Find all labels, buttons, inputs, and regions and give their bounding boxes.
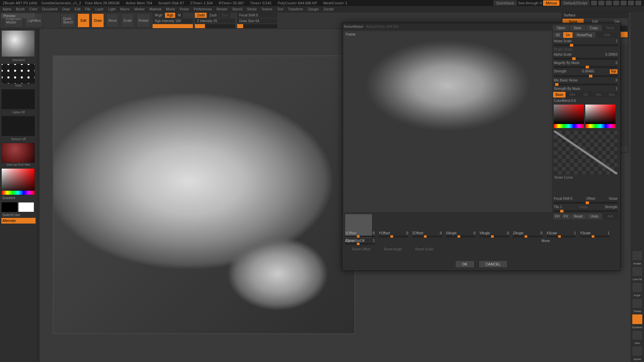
z-intensity-slider[interactable] [195, 24, 235, 28]
surface-header[interactable]: Surface [562, 12, 628, 18]
yoffset-slider[interactable] [379, 236, 408, 237]
draw-size-slider[interactable] [237, 24, 277, 28]
rgb-button[interactable]: Rgb [165, 13, 175, 18]
menu-transform[interactable]: Transform [288, 7, 303, 11]
blend-base[interactable]: Base [553, 92, 566, 98]
noise-preview[interactable]: Frame [344, 31, 552, 212]
menu-picker[interactable]: Picker [180, 7, 189, 11]
noise-scale-value[interactable]: 1 [615, 39, 618, 43]
color-swatch-black[interactable] [1, 202, 17, 212]
menu-material[interactable]: Material [150, 7, 162, 11]
m-button[interactable]: M [176, 13, 182, 18]
yangle-slider[interactable] [479, 236, 509, 237]
colorblend-label[interactable]: ColorBlend 0.6 [554, 99, 576, 103]
tile-slider[interactable] [554, 210, 618, 212]
stroke-thumbnail[interactable] [1, 64, 35, 84]
xpose-icon[interactable] [632, 346, 643, 356]
z-intensity-label[interactable]: Z Intensity 25 [195, 18, 235, 23]
zangle-slider[interactable] [513, 236, 542, 237]
noise-curve-editor[interactable] [554, 131, 618, 174]
texture-thumbnail[interactable] [1, 116, 35, 136]
menu-document[interactable]: Document [42, 7, 58, 11]
focal-shift-label[interactable]: Focal Shift 0 [237, 13, 277, 18]
minimize-icon[interactable] [621, 1, 627, 5]
strength-mask-value[interactable]: 1 [615, 87, 618, 90]
zcut-button[interactable]: Zcut [219, 13, 230, 18]
seethrough-value[interactable]: 0 [540, 1, 542, 5]
menu-zplugin[interactable]: Zplugin [308, 7, 319, 11]
polyf-icon[interactable] [632, 282, 643, 293]
linefill-icon[interactable] [632, 266, 643, 277]
zoffset-slider[interactable] [412, 236, 442, 237]
reset-button[interactable]: Reset [571, 214, 586, 219]
undo-button[interactable]: Undo [587, 214, 602, 219]
menu-tool[interactable]: Tool [277, 7, 283, 11]
draw-size-label[interactable]: Draw Size 64 [237, 18, 277, 23]
menu-stroke[interactable]: Stroke [247, 7, 257, 11]
rotate-button[interactable]: Rotate [136, 13, 151, 27]
strength-slider[interactable] [554, 75, 618, 77]
mix-slider[interactable] [554, 83, 618, 85]
cancel-button[interactable]: CANCEL [479, 260, 508, 268]
3d-button[interactable]: 3D [553, 32, 562, 38]
rgb-intensity-label[interactable]: Rgb Intensity 100 [153, 18, 193, 23]
maximize-icon[interactable] [628, 1, 634, 5]
mrgb-button[interactable]: Mrgb [153, 13, 164, 18]
quicksave-button[interactable]: QuickSave [493, 0, 517, 6]
xscale-value[interactable]: 1 [574, 231, 576, 235]
menu-file[interactable]: File [85, 7, 91, 11]
solo-icon[interactable] [632, 330, 643, 341]
window-icon-1[interactable] [591, 1, 597, 5]
uv-button[interactable]: Uv [563, 32, 573, 38]
ok-button[interactable]: OK [455, 260, 475, 268]
noise-scale-slider[interactable] [554, 44, 618, 46]
tile-value[interactable]: 1 [560, 205, 562, 209]
menu-draw[interactable]: Draw [62, 7, 70, 11]
material-thumbnail[interactable] [1, 143, 35, 163]
reset-offset-button[interactable]: Reset Offset [352, 247, 370, 251]
yscale-slider[interactable] [580, 236, 609, 237]
dynamic-icon[interactable] [632, 314, 643, 324]
focal-shift2-value[interactable]: 0 [571, 197, 573, 200]
blend-dif[interactable]: Dif [579, 92, 592, 98]
brush-thumbnail[interactable] [1, 30, 35, 57]
focal-shift2-slider[interactable] [554, 202, 618, 204]
open-button[interactable]: Open [553, 25, 569, 31]
window-icon-3[interactable] [606, 1, 612, 5]
magnify-slider[interactable] [554, 66, 618, 68]
close-icon[interactable] [635, 1, 641, 5]
noiseplug-button[interactable]: NoisePlug [573, 32, 595, 38]
zoffset-value[interactable]: 0 [440, 231, 442, 235]
canvas[interactable] [53, 56, 355, 334]
save-button[interactable]: Save [570, 25, 585, 31]
menu-brush[interactable]: Brush [16, 7, 25, 11]
menu-light[interactable]: Light [108, 7, 116, 11]
defaultscript-button[interactable]: DefaultZScript [561, 0, 590, 6]
zsub-button[interactable]: Zsub [207, 13, 219, 18]
blend-min[interactable]: Min [593, 92, 605, 98]
zadd-button[interactable]: Zadd [195, 13, 207, 18]
menu-marker[interactable]: Marker [134, 7, 145, 11]
yoffset-value[interactable]: 0 [406, 231, 408, 235]
fh-button[interactable]: FH [553, 214, 561, 219]
paste-button[interactable]: Paste [602, 25, 618, 31]
menu-macro[interactable]: Macro [120, 7, 130, 11]
color-swatch-white[interactable] [18, 202, 34, 212]
xscale-slider[interactable] [546, 236, 576, 237]
xangle-value[interactable]: 0 [473, 231, 475, 235]
strength-value[interactable]: 0.06465 [582, 69, 594, 74]
menu-stencil[interactable]: Stencil [232, 7, 242, 11]
mix-value[interactable]: 0 [615, 78, 618, 82]
scale-button[interactable]: Scale [121, 13, 134, 27]
alpha-scale-value[interactable]: 0.28963 [605, 53, 618, 56]
zangle-value[interactable]: 0 [540, 231, 542, 235]
noise-edit-button[interactable]: Edit [596, 32, 618, 38]
move-button[interactable]: Move [106, 13, 119, 27]
menu-texture[interactable]: Texture [261, 7, 272, 11]
edit-button[interactable]: Edit [77, 13, 90, 27]
menu-render[interactable]: Render [217, 7, 228, 11]
gradient-button[interactable]: Gradient [1, 195, 36, 201]
color-picker-b[interactable] [585, 105, 615, 128]
menu-alpha[interactable]: Alpha [3, 7, 11, 11]
quicksketch-button[interactable]: Quick Sketch [60, 13, 75, 27]
